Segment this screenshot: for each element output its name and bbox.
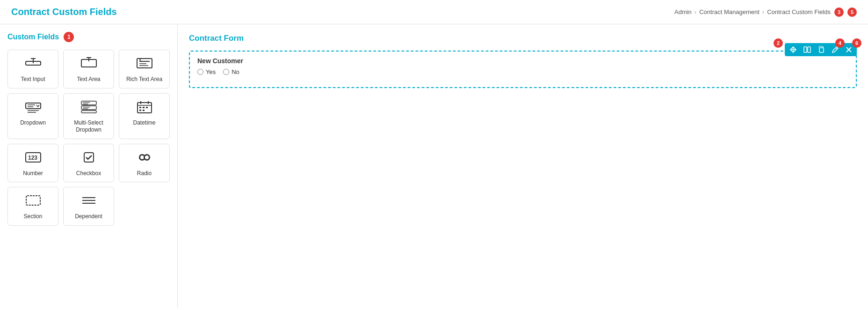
page-title: Contract Custom Fields bbox=[11, 7, 117, 17]
dropdown-icon bbox=[25, 100, 42, 116]
field-datetime-label: Datetime bbox=[133, 119, 155, 127]
badge-3: 3 bbox=[834, 7, 844, 17]
breadcrumb-contract-mgmt: Contract Management bbox=[699, 8, 760, 15]
radio-icon bbox=[136, 151, 153, 166]
field-text-input-label: Text Input bbox=[21, 76, 45, 83]
field-section-label: Section bbox=[23, 213, 42, 221]
sidebar-title: Custom Fields bbox=[7, 33, 59, 41]
svg-rect-16 bbox=[81, 101, 96, 105]
sidebar: Custom Fields 1 Text Input bbox=[0, 24, 178, 308]
form-toolbar: 2 bbox=[785, 43, 857, 56]
content-area: Contract Form 2 bbox=[178, 24, 868, 308]
sidebar-header: Custom Fields 1 bbox=[7, 32, 170, 42]
radio-yes-label: Yes bbox=[206, 68, 216, 75]
radio-no-label: No bbox=[231, 68, 239, 75]
form-title: Contract Form bbox=[189, 34, 857, 43]
svg-rect-28 bbox=[143, 107, 145, 108]
field-radio-label: Radio bbox=[137, 170, 152, 177]
svg-text:123: 123 bbox=[28, 155, 37, 161]
text-input-icon bbox=[25, 57, 42, 72]
toolbar-move-button[interactable] bbox=[788, 45, 799, 54]
field-text-input[interactable]: Text Input bbox=[7, 50, 58, 89]
header: Contract Custom Fields Admin › Contract … bbox=[0, 0, 868, 24]
svg-rect-29 bbox=[146, 107, 148, 108]
multi-select-icon bbox=[80, 100, 97, 116]
svg-rect-30 bbox=[139, 110, 141, 111]
text-area-icon bbox=[80, 57, 97, 72]
radio-yes-input[interactable] bbox=[197, 69, 203, 75]
rich-text-icon: B bbox=[136, 57, 153, 72]
field-rich-text-area[interactable]: B Rich Text Area bbox=[119, 50, 170, 89]
fields-grid: Text Input Text Area bbox=[7, 50, 170, 226]
field-multi-select[interactable]: Multi-Select Dropdown bbox=[63, 93, 114, 139]
sidebar-badge: 1 bbox=[64, 32, 74, 42]
contract-form-area: 2 bbox=[189, 51, 857, 88]
radio-options-row: Yes No bbox=[197, 68, 848, 75]
field-multi-select-label: Multi-Select Dropdown bbox=[67, 119, 110, 134]
number-icon: 123 bbox=[25, 151, 42, 166]
svg-rect-31 bbox=[143, 110, 145, 111]
breadcrumb: Admin › Contract Management › Contract C… bbox=[674, 7, 857, 17]
field-dropdown-label: Dropdown bbox=[20, 119, 46, 127]
radio-no-option[interactable]: No bbox=[223, 68, 239, 75]
breadcrumb-sep-1: › bbox=[694, 8, 696, 15]
svg-rect-44 bbox=[808, 47, 810, 52]
dependent-icon bbox=[80, 194, 97, 209]
svg-rect-39 bbox=[26, 196, 40, 205]
field-rich-text-area-label: Rich Text Area bbox=[126, 76, 162, 83]
svg-rect-19 bbox=[81, 106, 96, 110]
badge-6: 6 bbox=[852, 38, 861, 48]
radio-yes-option[interactable]: Yes bbox=[197, 68, 216, 75]
svg-point-36 bbox=[140, 155, 144, 159]
breadcrumb-admin: Admin bbox=[674, 8, 692, 15]
toolbar-copy-button[interactable] bbox=[816, 45, 827, 54]
breadcrumb-current: Contract Custom Fields bbox=[767, 8, 831, 15]
field-section[interactable]: Section bbox=[7, 187, 58, 226]
badge-4: 4 bbox=[835, 38, 845, 48]
svg-rect-34 bbox=[84, 153, 94, 162]
field-datetime[interactable]: Datetime bbox=[119, 93, 170, 139]
svg-line-46 bbox=[836, 48, 837, 49]
svg-point-38 bbox=[145, 155, 149, 159]
badge-2: 2 bbox=[774, 38, 783, 48]
checkbox-icon bbox=[80, 151, 97, 166]
toolbar-close-button[interactable] bbox=[844, 45, 854, 54]
field-checkbox[interactable]: Checkbox bbox=[63, 144, 114, 183]
svg-rect-22 bbox=[81, 111, 96, 113]
svg-text:B: B bbox=[139, 59, 141, 61]
field-text-area-label: Text Area bbox=[77, 76, 100, 83]
datetime-icon bbox=[136, 100, 153, 116]
toolbar-columns-button[interactable] bbox=[802, 45, 813, 54]
field-dependent-label: Dependent bbox=[75, 213, 102, 221]
badge-5: 5 bbox=[847, 7, 857, 17]
form-field-label: New Customer bbox=[197, 57, 848, 65]
main-layout: Custom Fields 1 Text Input bbox=[0, 24, 868, 308]
svg-rect-45 bbox=[819, 48, 824, 52]
field-dropdown[interactable]: Dropdown bbox=[7, 93, 58, 139]
breadcrumb-sep-2: › bbox=[762, 8, 764, 15]
field-dependent[interactable]: Dependent bbox=[63, 187, 114, 226]
field-radio[interactable]: Radio bbox=[119, 144, 170, 183]
svg-rect-27 bbox=[139, 107, 141, 108]
field-number-label: Number bbox=[23, 170, 43, 177]
section-icon bbox=[25, 194, 42, 209]
field-text-area[interactable]: Text Area bbox=[63, 50, 114, 89]
svg-rect-43 bbox=[804, 47, 807, 52]
field-number[interactable]: 123 Number bbox=[7, 144, 58, 183]
field-checkbox-label: Checkbox bbox=[76, 170, 101, 177]
radio-no-input[interactable] bbox=[223, 69, 229, 75]
